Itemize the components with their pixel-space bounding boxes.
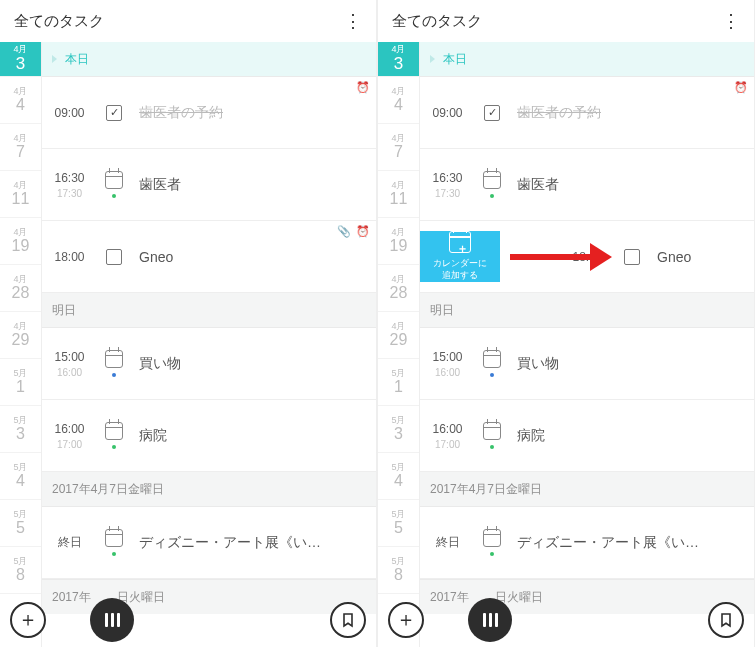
calendar-icon xyxy=(105,350,123,368)
add-button[interactable]: ＋ xyxy=(388,602,424,638)
rail-today[interactable]: 4月3 xyxy=(0,42,41,77)
task-list[interactable]: 本日 ⏰ 09:00 ✓ 歯医者の予約 16:3017:30 歯医者 📎⏰ 18… xyxy=(42,42,376,647)
task-row[interactable]: 15:0016:00 買い物 xyxy=(42,328,376,400)
task-title: 歯医者 xyxy=(131,176,368,194)
calendar-plus-icon: ＋ xyxy=(449,231,471,253)
rail-date[interactable]: 5月3 xyxy=(0,406,41,453)
rail-date[interactable]: 4月19 xyxy=(378,218,419,265)
section-tomorrow[interactable]: 明日 xyxy=(420,293,754,328)
header-title: 全てのタスク xyxy=(14,12,104,31)
calendar-icon xyxy=(105,422,123,440)
task-time: 09:00 xyxy=(420,106,475,120)
checkbox-checked-icon[interactable]: ✓ xyxy=(484,105,500,121)
task-title: 買い物 xyxy=(509,355,746,373)
rail-date[interactable]: 4月28 xyxy=(378,265,419,312)
section-tomorrow[interactable]: 明日 xyxy=(42,293,376,328)
section-date[interactable]: 2017年4月7日金曜日 xyxy=(42,472,376,507)
dot-green-icon xyxy=(490,552,494,556)
task-time: 終日 xyxy=(420,534,475,551)
dot-blue-icon xyxy=(490,373,494,377)
task-list[interactable]: 本日 ⏰ 09:00 ✓ 歯医者の予約 16:3017:30 歯医者 ＋ カレン… xyxy=(420,42,754,647)
task-title: 病院 xyxy=(131,427,368,445)
task-row-swiped[interactable]: ＋ カレンダーに 追加する 18:00 Gneo xyxy=(420,221,754,293)
task-row[interactable]: 📎⏰ 18:00 Gneo xyxy=(42,221,376,293)
rail-date[interactable]: 4月7 xyxy=(0,124,41,171)
task-time: 16:0017:00 xyxy=(42,422,97,450)
checkbox-icon[interactable] xyxy=(624,249,640,265)
rail-date[interactable]: 4月29 xyxy=(0,312,41,359)
task-row[interactable]: 16:3017:30 歯医者 xyxy=(42,149,376,221)
chevron-right-icon xyxy=(430,55,435,63)
rail-date[interactable]: 4月11 xyxy=(0,171,41,218)
chevron-right-icon xyxy=(52,55,57,63)
task-row[interactable]: 15:0016:00 買い物 xyxy=(420,328,754,400)
task-time: 09:00 xyxy=(42,106,97,120)
alarm-icon: ⏰ xyxy=(356,81,370,94)
rail-date[interactable]: 5月1 xyxy=(0,359,41,406)
task-row[interactable]: 終日 ディズニー・アート展《い… xyxy=(420,507,754,579)
rail-date[interactable]: 5月5 xyxy=(0,500,41,547)
alarm-icon: ⏰ xyxy=(356,225,370,238)
rail-date[interactable]: 5月8 xyxy=(0,547,41,594)
bookmark-button[interactable] xyxy=(708,602,744,638)
add-button[interactable]: ＋ xyxy=(10,602,46,638)
task-title: 歯医者 xyxy=(509,176,746,194)
task-time: 16:3017:30 xyxy=(420,171,475,199)
dot-blue-icon xyxy=(112,373,116,377)
calendar-icon xyxy=(483,171,501,189)
alarm-icon: ⏰ xyxy=(734,81,748,94)
task-row[interactable]: ⏰ 09:00 ✓ 歯医者の予約 xyxy=(42,77,376,149)
task-time: 16:3017:30 xyxy=(42,171,97,199)
calendar-icon xyxy=(483,529,501,547)
calendar-icon xyxy=(483,422,501,440)
task-row[interactable]: 終日 ディズニー・アート展《い… xyxy=(42,507,376,579)
task-row[interactable]: ⏰ 09:00 ✓ 歯医者の予約 xyxy=(420,77,754,149)
task-title: 病院 xyxy=(509,427,746,445)
section-today[interactable]: 本日 xyxy=(42,42,376,77)
rail-date[interactable]: 5月1 xyxy=(378,359,419,406)
rail-date[interactable]: 4月11 xyxy=(378,171,419,218)
task-title: ディズニー・アート展《い… xyxy=(131,534,368,552)
section-today[interactable]: 本日 xyxy=(420,42,754,77)
date-rail[interactable]: 4月3 4月4 4月7 4月11 4月19 4月28 4月29 5月1 5月3 … xyxy=(0,42,42,647)
rail-date[interactable]: 5月4 xyxy=(378,453,419,500)
bookmark-button[interactable] xyxy=(330,602,366,638)
header-title: 全てのタスク xyxy=(392,12,482,31)
more-icon[interactable]: ⋮ xyxy=(722,10,740,32)
rail-date[interactable]: 4月7 xyxy=(378,124,419,171)
arrow-right-icon xyxy=(510,254,590,260)
swipe-add-calendar-button[interactable]: ＋ カレンダーに 追加する xyxy=(420,231,500,281)
rail-date[interactable]: 4月4 xyxy=(378,77,419,124)
task-row[interactable]: 16:0017:00 病院 xyxy=(420,400,754,472)
checkbox-icon[interactable] xyxy=(106,249,122,265)
rail-date[interactable]: 5月3 xyxy=(378,406,419,453)
task-title: 歯医者の予約 xyxy=(509,104,746,122)
task-title: 歯医者の予約 xyxy=(131,104,368,122)
menu-button[interactable] xyxy=(468,598,512,642)
date-rail[interactable]: 4月3 4月4 4月7 4月11 4月19 4月28 4月29 5月1 5月3 … xyxy=(378,42,420,647)
rail-date[interactable]: 4月29 xyxy=(378,312,419,359)
rail-date[interactable]: 4月19 xyxy=(0,218,41,265)
section-date[interactable]: 2017年4月7日金曜日 xyxy=(420,472,754,507)
calendar-icon xyxy=(105,171,123,189)
task-title: Gneo xyxy=(131,249,368,265)
calendar-icon xyxy=(105,529,123,547)
rail-date[interactable]: 4月4 xyxy=(0,77,41,124)
rail-date[interactable]: 5月8 xyxy=(378,547,419,594)
screen-right: 全てのタスク ⋮ 4月3 4月4 4月7 4月11 4月19 4月28 4月29… xyxy=(378,0,754,647)
rail-date[interactable]: 5月5 xyxy=(378,500,419,547)
dot-green-icon xyxy=(112,194,116,198)
menu-button[interactable] xyxy=(90,598,134,642)
task-time: 15:0016:00 xyxy=(42,350,97,378)
task-row[interactable]: 16:3017:30 歯医者 xyxy=(420,149,754,221)
calendar-icon xyxy=(483,350,501,368)
task-row[interactable]: 16:0017:00 病院 xyxy=(42,400,376,472)
header: 全てのタスク ⋮ xyxy=(378,0,754,42)
rail-today[interactable]: 4月3 xyxy=(378,42,419,77)
rail-date[interactable]: 5月4 xyxy=(0,453,41,500)
more-icon[interactable]: ⋮ xyxy=(344,10,362,32)
task-time: 終日 xyxy=(42,534,97,551)
task-time: 18:00 xyxy=(42,250,97,264)
checkbox-checked-icon[interactable]: ✓ xyxy=(106,105,122,121)
rail-date[interactable]: 4月28 xyxy=(0,265,41,312)
